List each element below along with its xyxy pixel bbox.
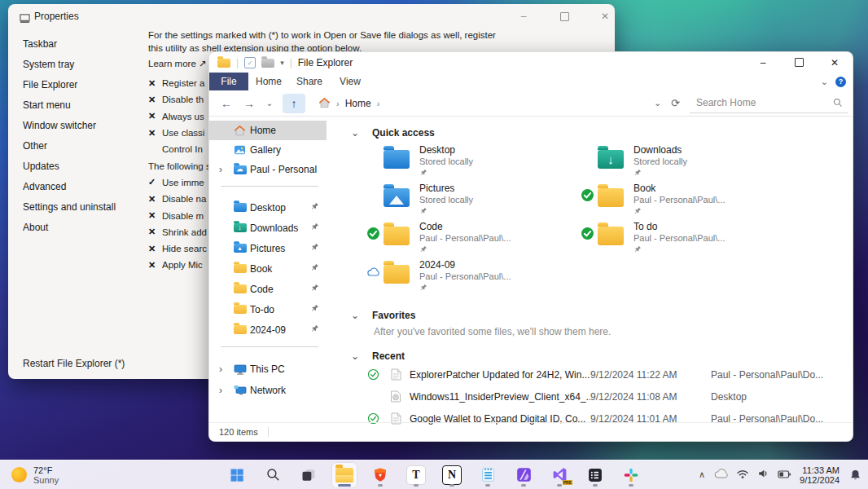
start-button[interactable] (225, 463, 249, 487)
sidebar-item-settings-uninstall[interactable]: Settings and uninstall (23, 196, 116, 217)
cross-icon: ✕ (148, 78, 162, 89)
close-button[interactable]: ✕ (585, 9, 625, 24)
pictures-folder-icon (384, 183, 418, 209)
chevron-down-icon[interactable]: ⌄ (351, 350, 361, 362)
sidebar-item-2024-09[interactable]: 2024-09 (209, 319, 327, 340)
taskbar-affinity-photo[interactable] (511, 463, 536, 487)
tab-file[interactable]: File (209, 73, 248, 90)
taskbar-settings-icon (20, 12, 30, 27)
tile-code[interactable]: Code Paul - Personal\Paul\... (362, 222, 576, 260)
minimize-button[interactable]: – (503, 9, 544, 24)
favorites-header[interactable]: ⌄ Favorites (351, 310, 415, 321)
sidebar-item-this-pc[interactable]: › This PC (209, 359, 327, 380)
chevron-right-icon[interactable]: › (219, 385, 222, 396)
taskbar-notes-app[interactable] (476, 463, 500, 487)
chevron-down-icon[interactable]: ⌄ (351, 127, 361, 139)
notification-bell-button[interactable] (849, 469, 861, 482)
properties-check-icon[interactable]: ✓ (244, 57, 256, 68)
tab-home[interactable]: Home (248, 73, 289, 90)
recent-file-row[interactable]: Windows11_InsiderPreview_Client_x64_... … (362, 385, 846, 408)
tile-desktop[interactable]: Desktop Stored locally (362, 145, 576, 183)
sidebar-item-onedrive[interactable]: › ☁ Paul - Personal (209, 160, 327, 179)
maximize-button[interactable] (544, 9, 585, 24)
cross-icon: ✕ (148, 244, 162, 254)
tile-pictures[interactable]: Pictures Stored locally (362, 183, 576, 222)
tile-2024-09[interactable]: 2024-09 Paul - Personal\Paul\... (362, 260, 576, 298)
weather-condition: Sunny (33, 475, 59, 485)
onedrive-tray-icon[interactable] (713, 468, 728, 482)
sidebar-item-gallery[interactable]: Gallery (209, 140, 327, 160)
weather-widget[interactable]: 72°F Sunny (11, 460, 59, 489)
sidebar-item-advanced[interactable]: Advanced (23, 176, 116, 196)
sidebar-item-updates[interactable]: Updates (23, 156, 116, 176)
folder-icon (598, 183, 632, 209)
recent-file-row[interactable]: ExplorerPatcher Updated for 24H2, Win...… (362, 363, 846, 385)
sidebar-item-file-explorer[interactable]: File Explorer (23, 74, 116, 95)
minimize-button[interactable]: – (745, 52, 781, 73)
home-icon[interactable] (318, 97, 331, 109)
sidebar-divider (221, 346, 318, 347)
ribbon-tabs: File Home Share View (209, 73, 853, 90)
refresh-icon[interactable]: ⟳ (671, 97, 680, 109)
sidebar-item-network[interactable]: › Network (209, 380, 327, 401)
taskbar-list-app[interactable] (583, 463, 607, 487)
taskbar-visual-studio[interactable]: PRE (547, 463, 572, 487)
address-dropdown-icon[interactable]: ⌄ (654, 98, 661, 108)
taskbar-file-explorer[interactable] (332, 463, 357, 487)
tile-downloads[interactable]: ↓ Downloads Stored locally (576, 145, 791, 183)
quick-access-header[interactable]: ⌄ Quick access (351, 127, 435, 139)
sidebar-item-downloads[interactable]: ↓ Downloads (209, 218, 327, 238)
tab-view[interactable]: View (330, 73, 370, 90)
tab-share[interactable]: Share (289, 73, 330, 90)
new-folder-icon[interactable] (261, 59, 274, 68)
chevron-right-icon[interactable]: › (219, 363, 222, 375)
help-icon[interactable]: ? (835, 77, 846, 87)
chevron-down-icon[interactable]: ⌄ (351, 310, 361, 321)
sidebar-item-taskbar[interactable]: Taskbar (23, 33, 116, 54)
recent-header[interactable]: ⌄ Recent (351, 350, 405, 362)
sidebar-item-window-switcher[interactable]: Window switcher (23, 115, 116, 135)
sidebar-item-system-tray[interactable]: System tray (23, 54, 116, 74)
pin-icon (419, 169, 473, 179)
sidebar-item-other[interactable]: Other (23, 135, 116, 156)
cross-icon: ✕ (148, 128, 162, 139)
tile-book[interactable]: Book Paul - Personal\Paul\... (576, 183, 791, 222)
sidebar-item-about[interactable]: About (23, 217, 116, 237)
sidebar-item-pictures[interactable]: ▲ Pictures (209, 238, 327, 258)
maximize-button[interactable] (781, 52, 817, 73)
taskbar: 72°F Sunny (0, 460, 868, 489)
disc-image-icon (384, 390, 408, 403)
chevron-right-icon[interactable]: › (219, 164, 222, 175)
close-button[interactable]: ✕ (817, 52, 853, 73)
taskbar-typora[interactable]: T (404, 463, 428, 487)
sidebar-item-start-menu[interactable]: Start menu (23, 95, 116, 115)
taskbar-slack[interactable] (619, 463, 643, 487)
sidebar-item-home[interactable]: Home (209, 121, 327, 140)
tile-todo[interactable]: To do Paul - Personal\Paul\... (576, 222, 791, 260)
up-icon[interactable]: ↑ (283, 94, 305, 113)
battery-icon[interactable] (778, 468, 791, 482)
back-icon[interactable]: ← (219, 97, 234, 110)
volume-icon[interactable] (757, 468, 769, 482)
customize-toolbar-caret-icon[interactable]: ▾ (280, 59, 284, 67)
forward-icon[interactable]: → (242, 97, 256, 110)
downloads-folder-icon: ↓ (233, 223, 247, 232)
sidebar-item-book[interactable]: Book (209, 258, 327, 279)
restart-file-explorer-link[interactable]: Restart File Explorer (*) (23, 358, 125, 369)
taskbar-brave[interactable] (368, 463, 392, 487)
recent-locations-icon[interactable]: ⌄ (265, 99, 274, 108)
sidebar-item-code[interactable]: Code (209, 279, 327, 299)
clock-widget[interactable]: 11:33 AM 9/12/2024 (800, 465, 840, 485)
expand-ribbon-icon[interactable]: ⌄ (821, 77, 828, 87)
search-box[interactable] (690, 93, 848, 113)
search-input[interactable] (695, 96, 833, 109)
sidebar-item-todo[interactable]: To-do (209, 299, 327, 319)
taskbar-search-button[interactable] (261, 463, 285, 487)
wifi-icon[interactable] (736, 468, 749, 482)
breadcrumb-home[interactable]: Home (345, 98, 371, 109)
tray-chevron-up-icon[interactable]: ∧ (699, 469, 705, 480)
task-view-button[interactable] (296, 463, 321, 487)
sidebar-item-desktop[interactable]: Desktop (209, 197, 327, 218)
pin-icon (633, 245, 726, 256)
taskbar-notion[interactable]: N (440, 463, 464, 487)
